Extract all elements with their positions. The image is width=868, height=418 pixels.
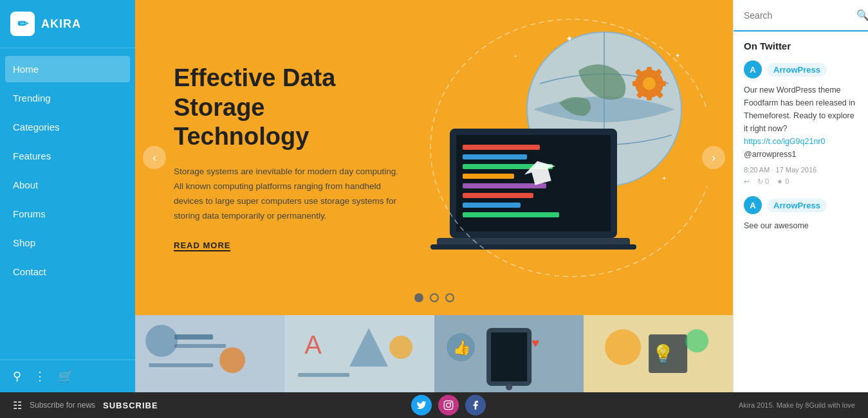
svg-point-55 <box>446 403 450 408</box>
sidebar-item-features[interactable]: Features <box>0 141 135 170</box>
slider-dot-3[interactable] <box>445 293 454 302</box>
svg-point-0 <box>527 32 681 186</box>
svg-text:+: + <box>514 53 517 59</box>
tweet-actions-1: ↩ ↻ 0 ★ 0 <box>744 177 858 186</box>
svg-point-35 <box>219 347 245 373</box>
hero-description: Storage systems are inevitable for moder… <box>174 165 405 224</box>
svg-rect-33 <box>174 334 213 340</box>
svg-text:✦: ✦ <box>566 33 573 44</box>
sidebar-item-shop[interactable]: Shop <box>0 228 135 257</box>
search-input[interactable] <box>744 10 856 21</box>
tweet-avatar-2: A <box>744 196 762 214</box>
svg-text:✦: ✦ <box>675 52 680 59</box>
twitter-section-title: On Twitter <box>744 41 858 51</box>
svg-point-40 <box>389 336 412 359</box>
svg-rect-18 <box>647 67 652 73</box>
sidebar-item-home[interactable]: Home <box>5 56 130 82</box>
slider-dot-2[interactable] <box>430 293 439 302</box>
instagram-social-button[interactable] <box>438 395 459 415</box>
svg-rect-44 <box>491 332 527 381</box>
tweet-link-1[interactable]: https://t.co/igG9q21nr0 <box>744 137 825 146</box>
logo-area: ✏ AKIRA <box>0 0 135 48</box>
tweet-retweet-1[interactable]: ↻ 0 <box>757 177 769 186</box>
svg-text:✦: ✦ <box>662 176 667 181</box>
svg-point-16 <box>635 69 663 98</box>
svg-point-1 <box>527 32 681 186</box>
svg-rect-36 <box>149 363 213 367</box>
subscribe-button[interactable]: SUBSCRIBE <box>103 401 158 410</box>
subscribe-label: Subscribe for news <box>30 401 95 410</box>
svg-rect-21 <box>633 81 639 86</box>
slider-next-button[interactable]: › <box>702 146 725 169</box>
brand-name: AKIRA <box>41 17 81 31</box>
svg-rect-10 <box>463 193 533 198</box>
svg-point-45 <box>506 384 512 390</box>
more-icon[interactable]: ⋮ <box>34 369 46 383</box>
tweet-author-2: A ArrowPress <box>744 196 858 214</box>
sidebar-item-trending[interactable]: Trending <box>0 84 135 113</box>
social-links <box>411 395 486 415</box>
search-icon[interactable]: 🔍 <box>856 9 868 21</box>
slider-dot-1[interactable] <box>414 293 423 302</box>
svg-text:💡: 💡 <box>652 343 674 365</box>
sidebar-item-categories[interactable]: Categories <box>0 113 135 141</box>
tweet-username-2[interactable]: ArrowPress <box>767 199 827 212</box>
read-more-link[interactable]: READ MORE <box>174 241 230 251</box>
search-box: 🔍 <box>734 0 868 32</box>
svg-rect-41 <box>298 373 349 377</box>
thumb-item-3[interactable]: ♥ 👍 <box>434 315 584 392</box>
twitter-section: On Twitter A ArrowPress Our new WordPres… <box>734 32 868 251</box>
thumb-item-1[interactable] <box>135 315 284 392</box>
svg-rect-14 <box>437 238 630 247</box>
svg-text:A: A <box>304 331 322 359</box>
svg-rect-23 <box>636 91 645 99</box>
tweet-like-1[interactable]: ★ 0 <box>777 177 789 186</box>
svg-rect-15 <box>430 244 636 250</box>
sidebar-bottom: ⚲ ⋮ 🛒 <box>0 359 135 392</box>
thumb-item-4[interactable]: 💡 <box>584 315 733 392</box>
hero-slider: Effective Data Storage Technology Storag… <box>135 0 733 315</box>
tweet-avatar-1: A <box>744 60 762 78</box>
svg-rect-12 <box>463 212 559 217</box>
svg-text:👍: 👍 <box>453 339 471 356</box>
svg-rect-19 <box>647 94 652 100</box>
svg-rect-5 <box>463 145 540 150</box>
bottom-bar: ☷ Subscribe for news SUBSCRIBE Akira 201… <box>0 392 868 418</box>
svg-rect-54 <box>444 401 452 409</box>
svg-rect-9 <box>463 183 546 188</box>
facebook-social-button[interactable] <box>465 395 486 415</box>
svg-point-52 <box>685 329 708 352</box>
svg-rect-7 <box>463 164 553 169</box>
sidebar: ✏ AKIRA Home Trending Categories Feature… <box>0 0 135 392</box>
svg-rect-4 <box>456 135 611 232</box>
slider-prev-button[interactable]: ‹ <box>143 146 166 169</box>
svg-rect-24 <box>656 91 664 99</box>
tweet-card-2: A ArrowPress See our awesome <box>744 196 858 232</box>
user-icon[interactable]: ⚲ <box>13 369 21 383</box>
svg-rect-11 <box>463 203 521 208</box>
svg-point-32 <box>145 325 178 357</box>
content-area: Effective Data Storage Technology Storag… <box>135 0 733 392</box>
right-sidebar: 🔍 On Twitter A ArrowPress Our new WordPr… <box>733 0 868 392</box>
copyright: Akira 2015. Make by 8Guild with love <box>739 401 855 409</box>
tweet-text-1: Our new WordPress theme Foodfarm has bee… <box>744 84 858 161</box>
cart-icon[interactable]: 🛒 <box>59 369 73 383</box>
svg-rect-20 <box>660 81 666 86</box>
grid-icon: ☷ <box>13 399 22 412</box>
svg-rect-34 <box>174 344 226 348</box>
sidebar-item-about[interactable]: About <box>0 170 135 199</box>
main-nav: Home Trending Categories Features About … <box>0 48 135 359</box>
sidebar-item-forums[interactable]: Forums <box>0 199 135 228</box>
thumb-item-2[interactable]: A <box>284 315 434 392</box>
tweet-username-1[interactable]: ArrowPress <box>767 63 827 77</box>
thumbnail-strip: A ♥ 👍 <box>135 315 733 392</box>
svg-point-50 <box>605 329 641 365</box>
svg-rect-22 <box>654 69 663 77</box>
tweet-text-2: See our awesome <box>744 219 858 232</box>
svg-rect-6 <box>463 154 527 159</box>
sidebar-item-contact[interactable]: Contact <box>0 257 135 286</box>
tweet-reply-1[interactable]: ↩ <box>744 177 750 186</box>
hero-content: Effective Data Storage Technology Storag… <box>135 38 444 277</box>
twitter-social-button[interactable] <box>411 395 432 415</box>
logo-icon: ✏ <box>10 12 35 36</box>
